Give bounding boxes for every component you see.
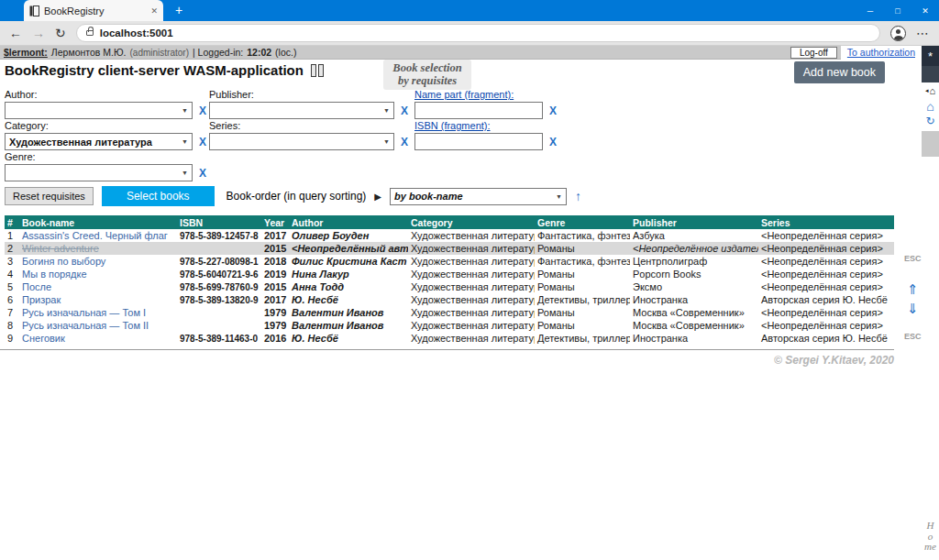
home-icon[interactable]: ⌂ bbox=[926, 100, 933, 113]
new-tab-button[interactable]: + bbox=[171, 3, 187, 18]
table-row[interactable]: 7 Русь изначальная — Том I 1979 Валентин… bbox=[5, 306, 894, 319]
category-select[interactable]: Художественная литература bbox=[5, 133, 193, 150]
page-title: BookRegistry client-server WASM-applicat… bbox=[5, 62, 324, 78]
book-name-link[interactable]: После bbox=[19, 280, 177, 293]
genre-label: Genre: bbox=[5, 151, 206, 162]
book-table-body: 1 Assassin's Creed. Черный флаг 978-5-38… bbox=[5, 229, 894, 345]
book-order-select[interactable]: by book-name bbox=[390, 188, 567, 205]
page-title-text: BookRegistry client-server WASM-applicat… bbox=[5, 62, 304, 78]
isbn-input[interactable] bbox=[414, 133, 543, 150]
browser-window: BookRegistry ✕ + ─ □ ✕ ← → ↻ localhost:5… bbox=[0, 0, 939, 560]
select-books-button[interactable]: Select books bbox=[102, 186, 215, 206]
scroll-down-icon[interactable]: ⇓ bbox=[904, 301, 921, 317]
column-header: Genre bbox=[535, 215, 630, 229]
add-new-book-button[interactable]: Add new book bbox=[794, 61, 885, 83]
book-order-label: Book-order (in query sorting) bbox=[226, 190, 367, 203]
category-clear-button[interactable]: X bbox=[199, 136, 206, 148]
book-name-link[interactable]: Winter adventure bbox=[19, 242, 177, 255]
name-part-label: Name part (fragment): bbox=[414, 89, 557, 100]
house-glyph: ⌂ bbox=[929, 85, 935, 96]
reload-icon[interactable]: ↻ bbox=[925, 115, 934, 126]
reset-requisites-button[interactable]: Reset requisites bbox=[5, 187, 94, 205]
book-name-link[interactable]: Assassin's Creed. Черный флаг bbox=[19, 229, 177, 242]
table-row[interactable]: 8 Русь изначальная — Том II 1979 Валенти… bbox=[5, 319, 894, 332]
esc-hint-top: ESC bbox=[904, 254, 921, 263]
to-authorization-link[interactable]: To authorization bbox=[841, 46, 922, 60]
book-name-link[interactable]: Русь изначальная — Том II bbox=[19, 319, 177, 332]
sort-direction-icon[interactable]: ↑ bbox=[575, 189, 581, 203]
genre-clear-button[interactable]: X bbox=[199, 167, 206, 180]
browser-tab[interactable]: BookRegistry ✕ bbox=[24, 0, 163, 21]
menu-icon[interactable]: ⋯ bbox=[916, 26, 930, 40]
refresh-icon[interactable]: ↻ bbox=[55, 26, 66, 40]
caption-line1: Book selection bbox=[387, 61, 468, 74]
home-small-icon[interactable]: ◂⌂ bbox=[925, 85, 935, 96]
right-rail: * ◂⌂ ⌂ ↻ Home bbox=[922, 46, 939, 560]
back-icon[interactable]: ← bbox=[9, 26, 22, 40]
scroll-up-icon[interactable]: ⇑ bbox=[904, 281, 921, 298]
home-vertical-label[interactable]: Home bbox=[924, 521, 936, 553]
forward-icon[interactable]: → bbox=[32, 26, 45, 40]
book-name-link[interactable]: Богиня по выбору bbox=[19, 255, 177, 268]
session-time: 12:02 bbox=[247, 47, 271, 58]
close-button[interactable]: ✕ bbox=[911, 0, 939, 21]
table-row[interactable]: 2 Winter adventure 2015 <Неопределённый … bbox=[5, 242, 894, 255]
column-header: Publisher bbox=[630, 215, 758, 229]
book-name-link[interactable]: Русь изначальная — Том I bbox=[19, 306, 177, 319]
author-filter: Author: X bbox=[5, 89, 206, 119]
address-bar[interactable]: localhost:5001 bbox=[76, 24, 880, 42]
table-row[interactable]: 9 Снеговик 978-5-389-11463-0 2016 Ю. Нес… bbox=[5, 332, 894, 345]
series-clear-button[interactable]: X bbox=[401, 136, 408, 148]
browser-toolbar: ← → ↻ localhost:5001 ⋯ bbox=[0, 21, 939, 46]
session-logged-label: | Logged-in: bbox=[193, 47, 243, 58]
publisher-clear-button[interactable]: X bbox=[401, 104, 408, 117]
table-row[interactable]: 6 Призрак 978-5-389-13820-9 2017 Ю. Несб… bbox=[5, 293, 894, 306]
copyright-text: © Sergei Y.Kitaev, 2020 bbox=[5, 354, 894, 367]
column-header: Category bbox=[408, 215, 535, 229]
esc-hint-bottom: ESC bbox=[904, 332, 921, 341]
table-row[interactable]: 3 Богиня по выбору 978-5-227-08098-1 201… bbox=[5, 255, 894, 268]
table-row[interactable]: 1 Assassin's Creed. Черный флаг 978-5-38… bbox=[5, 229, 894, 242]
category-label: Category: bbox=[5, 120, 206, 131]
table-row[interactable]: 4 Мы в порядке 978-5-6040721-9-6 2019 Ни… bbox=[5, 268, 894, 280]
logoff-button[interactable]: Log-off bbox=[790, 47, 837, 59]
isbn-clear-button[interactable]: X bbox=[549, 136, 557, 148]
author-select[interactable] bbox=[5, 102, 193, 119]
column-header: Series bbox=[758, 215, 894, 229]
genre-select[interactable] bbox=[5, 164, 193, 181]
page-content: BookRegistry client-server WASM-applicat… bbox=[0, 60, 922, 560]
book-name-link[interactable]: Снеговик bbox=[19, 332, 177, 345]
column-header: ISBN bbox=[177, 215, 261, 229]
publisher-label: Publisher: bbox=[209, 89, 408, 100]
tab-close-icon[interactable]: ✕ bbox=[150, 6, 158, 16]
author-clear-button[interactable]: X bbox=[199, 104, 206, 117]
session-bar: $lermont: Лермонтов М.Ю. (administrator)… bbox=[0, 46, 922, 60]
table-row[interactable]: 5 После 978-5-699-78760-9 2015 Анна Тодд… bbox=[5, 280, 894, 293]
footer-divider bbox=[0, 349, 894, 350]
book-favicon bbox=[29, 5, 39, 16]
rail-dark-block bbox=[922, 66, 939, 82]
lock-icon bbox=[86, 30, 94, 36]
maximize-button[interactable]: □ bbox=[884, 0, 911, 21]
name-part-input[interactable] bbox=[414, 102, 543, 119]
book-name-link[interactable]: Призрак bbox=[19, 293, 177, 306]
actions-row: Reset requisites Select books Book-order… bbox=[5, 186, 581, 206]
author-label: Author: bbox=[5, 89, 206, 100]
scrollbar-thumb[interactable] bbox=[922, 131, 939, 157]
books-icon bbox=[311, 64, 324, 77]
left-triangle-icon: ◂ bbox=[925, 87, 929, 93]
series-filter: Series: X bbox=[209, 120, 408, 150]
session-role: (administrator) bbox=[130, 48, 189, 58]
minimize-button[interactable]: ─ bbox=[856, 0, 884, 21]
selection-caption: Book selection by requisites bbox=[383, 60, 471, 90]
series-select[interactable] bbox=[209, 133, 394, 150]
name-part-clear-button[interactable]: X bbox=[549, 104, 557, 117]
column-header: Author bbox=[289, 215, 408, 229]
column-header: # bbox=[5, 215, 19, 229]
star-icon[interactable]: * bbox=[922, 46, 939, 66]
book-name-link[interactable]: Мы в порядке bbox=[19, 268, 177, 280]
publisher-select[interactable] bbox=[209, 102, 394, 119]
isbn-filter: ISBN (fragment): X bbox=[414, 120, 557, 150]
category-filter: Category: Художественная литература X bbox=[5, 120, 206, 150]
profile-icon[interactable] bbox=[890, 26, 906, 41]
